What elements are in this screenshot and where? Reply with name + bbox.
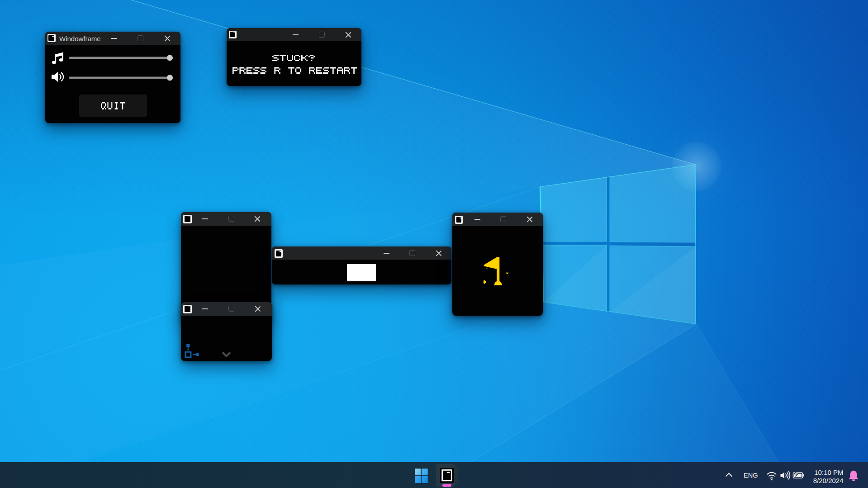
svg-text:ENG: ENG bbox=[744, 472, 758, 479]
svg-text:10:10 PM: 10:10 PM bbox=[814, 469, 843, 476]
svg-text:8/20/2024: 8/20/2024 bbox=[813, 477, 844, 484]
